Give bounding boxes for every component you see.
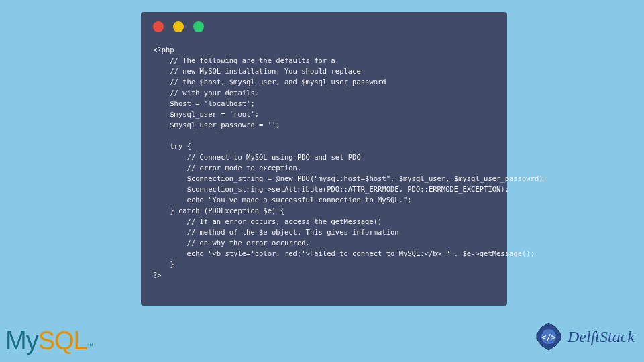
mysql-logo-my: My	[5, 326, 38, 355]
delftstack-icon: </>	[534, 322, 564, 351]
code-window: <?php // The following are the defaults …	[141, 12, 507, 306]
svg-text:</>: </>	[541, 333, 556, 342]
mysql-logo: MySQL™	[5, 326, 93, 355]
code-block: <?php // The following are the defaults …	[153, 44, 495, 280]
delftstack-logo: </> DelftStack	[534, 322, 635, 351]
close-icon[interactable]	[153, 21, 164, 32]
maximize-icon[interactable]	[193, 21, 204, 32]
minimize-icon[interactable]	[173, 21, 184, 32]
traffic-lights	[153, 21, 495, 32]
mysql-logo-sql: SQL	[38, 326, 87, 355]
delftstack-text: DelftStack	[568, 328, 635, 346]
mysql-logo-tm: ™	[87, 343, 93, 349]
